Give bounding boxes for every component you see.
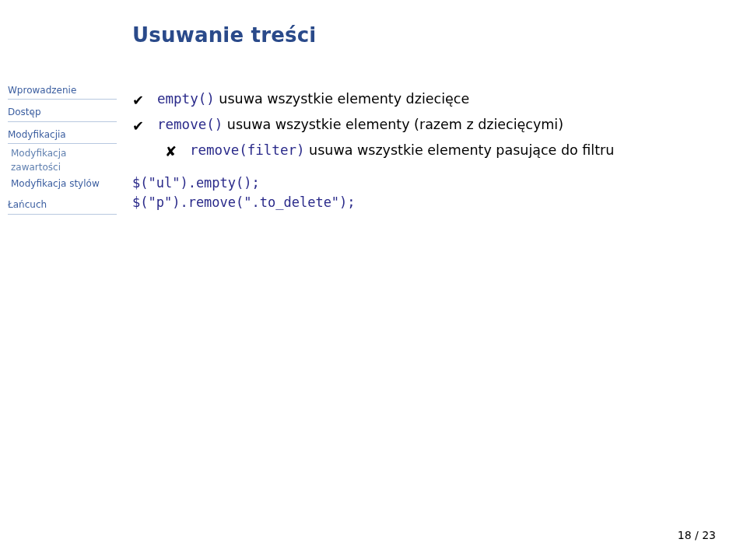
slide-title: Usuwanie treści bbox=[132, 23, 716, 47]
sub-bullet-group: remove(filter) usuwa wszystkie elementy … bbox=[132, 140, 716, 163]
sidebar-item-modyfikacjia[interactable]: Modyfikacjia bbox=[8, 127, 117, 144]
bullet-2-text: remove() usuwa wszystkie elementy (razem… bbox=[157, 114, 716, 135]
content-body: empty() usuwa wszystkie elementy dziecię… bbox=[132, 89, 716, 213]
sidebar-item-dostep[interactable]: Dostęp bbox=[8, 104, 117, 121]
sidebar-item-lancuch[interactable]: Łańcuch bbox=[8, 197, 117, 214]
code-empty: empty() bbox=[157, 91, 215, 107]
bullet-2: remove() usuwa wszystkie elementy (razem… bbox=[132, 114, 716, 137]
sidebar-item-modyfikacja-stylow[interactable]: Modyfikacja stylów bbox=[8, 176, 117, 192]
code-line-2: $("p").remove(".to_delete"); bbox=[132, 193, 716, 213]
bullet-1: empty() usuwa wszystkie elementy dziecię… bbox=[132, 89, 716, 111]
page-number: 18 / 23 bbox=[678, 529, 716, 541]
bullet-1-text: empty() usuwa wszystkie elementy dziecię… bbox=[157, 89, 716, 110]
check-icon bbox=[132, 89, 157, 111]
code-remove-filter: remove(filter) bbox=[190, 142, 305, 158]
code-example: $("ul").empty(); $("p").remove(".to_dele… bbox=[132, 173, 716, 213]
sidebar-nav: Wprowadzenie Dostęp Modyfikacjia Modyfik… bbox=[0, 0, 117, 560]
main-content: Usuwanie treści empty() usuwa wszystkie … bbox=[117, 0, 747, 560]
sub-bullet-1-text: remove(filter) usuwa wszystkie elementy … bbox=[190, 140, 716, 161]
sub-bullet-1-rest: usuwa wszystkie elementy pasujące do fil… bbox=[305, 142, 615, 158]
sub-bullet-1: remove(filter) usuwa wszystkie elementy … bbox=[165, 140, 716, 163]
code-remove: remove() bbox=[157, 117, 223, 132]
bullet-2-rest: usuwa wszystkie elementy (razem z dzieci… bbox=[223, 117, 563, 132]
sidebar-item-modyfikacja-zawartosci[interactable]: Modyfikacja zawartości bbox=[8, 145, 117, 176]
cross-icon bbox=[165, 140, 190, 163]
slide: Wprowadzenie Dostęp Modyfikacjia Modyfik… bbox=[0, 0, 747, 560]
check-icon bbox=[132, 114, 157, 137]
code-line-1: $("ul").empty(); bbox=[132, 173, 716, 194]
sidebar-item-wprowadzenie[interactable]: Wprowadzenie bbox=[8, 82, 117, 100]
bullet-1-rest: usuwa wszystkie elementy dziecięce bbox=[215, 91, 469, 107]
